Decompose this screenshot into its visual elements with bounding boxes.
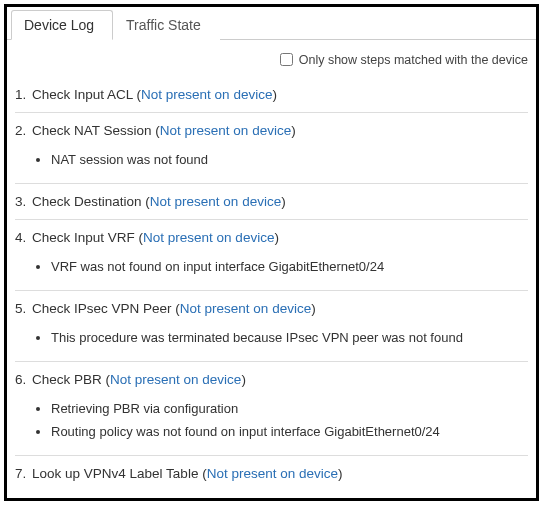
- not-present-link[interactable]: Not present on device: [139, 230, 279, 245]
- step-item: 3. Check Destination Not present on devi…: [15, 184, 528, 220]
- step-details: This procedure was terminated because IP…: [15, 326, 528, 349]
- step-detail-item: NAT session was not found: [51, 148, 528, 171]
- tab-traffic-state[interactable]: Traffic State: [113, 10, 220, 40]
- not-present-link[interactable]: Not present on device: [175, 301, 315, 316]
- not-present-link[interactable]: Not present on device: [106, 372, 246, 387]
- step-header: 6. Check PBR Not present on device: [15, 372, 528, 387]
- not-present-link[interactable]: Not present on device: [202, 466, 342, 481]
- step-details: VRF was not found on input interface Gig…: [15, 255, 528, 278]
- step-item: 7. Look up VPNv4 Label Table Not present…: [15, 456, 528, 501]
- step-number: 6.: [15, 372, 26, 387]
- step-item: 5. Check IPsec VPN Peer Not present on d…: [15, 291, 528, 362]
- step-number: 2.: [15, 123, 26, 138]
- step-item: 2. Check NAT Session Not present on devi…: [15, 113, 528, 184]
- step-detail-item: Routing policy was not found on input in…: [51, 420, 528, 443]
- step-details: VRF does not exist: [15, 491, 528, 501]
- step-header: 1. Check Input ACL Not present on device: [15, 87, 528, 102]
- tab-bar: Device Log Traffic State: [7, 7, 536, 40]
- not-present-link[interactable]: Not present on device: [145, 194, 285, 209]
- step-header: 5. Check IPsec VPN Peer Not present on d…: [15, 301, 528, 316]
- step-detail-item: Retrieving PBR via configuration: [51, 397, 528, 420]
- step-header: 4. Check Input VRF Not present on device: [15, 230, 528, 245]
- steps-list: 1. Check Input ACL Not present on device…: [7, 73, 536, 501]
- step-title: Check Input ACL: [28, 87, 136, 102]
- step-number: 1.: [15, 87, 26, 102]
- step-details: NAT session was not found: [15, 148, 528, 171]
- tab-device-log[interactable]: Device Log: [11, 10, 113, 40]
- step-number: 7.: [15, 466, 26, 481]
- not-present-link[interactable]: Not present on device: [137, 87, 277, 102]
- step-item: 1. Check Input ACL Not present on device: [15, 77, 528, 113]
- step-details: Retrieving PBR via configurationRouting …: [15, 397, 528, 443]
- filter-label: Only show steps matched with the device: [299, 53, 528, 67]
- step-header: 3. Check Destination Not present on devi…: [15, 194, 528, 209]
- step-item: 6. Check PBR Not present on deviceRetrie…: [15, 362, 528, 456]
- step-item: 4. Check Input VRF Not present on device…: [15, 220, 528, 291]
- step-detail-item: VRF does not exist: [51, 491, 528, 501]
- not-present-link[interactable]: Not present on device: [155, 123, 295, 138]
- step-header: 2. Check NAT Session Not present on devi…: [15, 123, 528, 138]
- step-number: 3.: [15, 194, 26, 209]
- step-detail-item: VRF was not found on input interface Gig…: [51, 255, 528, 278]
- step-number: 4.: [15, 230, 26, 245]
- step-title: Check IPsec VPN Peer: [28, 301, 175, 316]
- step-title: Look up VPNv4 Label Table: [28, 466, 202, 481]
- step-number: 5.: [15, 301, 26, 316]
- device-log-panel: Device Log Traffic State Only show steps…: [4, 4, 539, 501]
- filter-row: Only show steps matched with the device: [7, 40, 536, 73]
- filter-checkbox[interactable]: [280, 53, 293, 66]
- step-title: Check Destination: [28, 194, 145, 209]
- step-title: Check PBR: [28, 372, 105, 387]
- step-title: Check Input VRF: [28, 230, 138, 245]
- step-title: Check NAT Session: [28, 123, 155, 138]
- step-detail-item: This procedure was terminated because IP…: [51, 326, 528, 349]
- step-header: 7. Look up VPNv4 Label Table Not present…: [15, 466, 528, 481]
